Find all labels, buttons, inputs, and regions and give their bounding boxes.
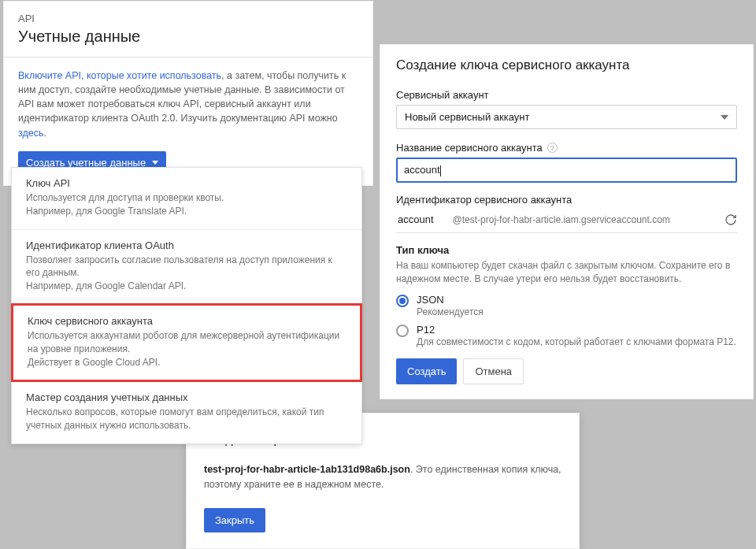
api-label: API [18, 13, 358, 24]
text-cursor [440, 165, 441, 176]
dropdown-item-desc: Несколько вопросов, которые помогут вам … [26, 406, 347, 432]
dropdown-item-desc: Например, для Google Calendar API. [26, 280, 347, 293]
key-type-desc: На ваш компьютер будет скачан файл с зак… [396, 259, 737, 287]
service-account-name-label: Название сервисного аккаунта ? [396, 142, 737, 154]
intro-text: Включите API, которые хотите использоват… [18, 69, 358, 140]
dropdown-item-desc: Например, для Google Translate API. [26, 205, 347, 218]
radio-json-label: JSON [417, 294, 484, 306]
dropdown-item-desc: Действует в Google Cloud API. [28, 356, 346, 369]
radio-unselected-icon [396, 325, 409, 337]
dropdown-item-api-key[interactable]: Ключ API Используется для доступа и пров… [12, 168, 361, 229]
create-credentials-dropdown: Ключ API Используется для доступа и пров… [11, 167, 362, 444]
docs-here-link[interactable]: здесь [18, 128, 43, 139]
dropdown-item-desc: Используется для доступа и проверки квот… [26, 191, 347, 205]
credentials-body: Включите API, которые хотите использоват… [4, 57, 372, 185]
radio-p12[interactable]: P12 Для совместимости с кодом, который р… [396, 324, 737, 347]
create-button[interactable]: Создать [396, 358, 457, 384]
radio-p12-sub: Для совместимости с кодом, который работ… [417, 336, 736, 347]
enable-apis-link[interactable]: Включите API, которые хотите использоват… [18, 70, 221, 81]
service-account-select[interactable]: Новый сервисный аккаунт [396, 105, 737, 129]
dropdown-item-title: Идентификатор клиента OAuth [26, 239, 347, 251]
radio-json-sub: Рекомендуется [417, 306, 484, 317]
radio-json[interactable]: JSON Рекомендуется [396, 294, 737, 317]
dropdown-item-desc: Используется аккаунтами роботов для межс… [28, 329, 346, 356]
dropdown-item-wizard[interactable]: Мастер создания учетных данных Несколько… [12, 381, 361, 443]
dropdown-item-oauth-client[interactable]: Идентификатор клиента OAuth Позволяет за… [12, 229, 361, 304]
service-account-label: Сервисный аккаунт [396, 89, 737, 101]
credentials-header: API Учетные данные [4, 2, 372, 57]
dialog-text: test-proj-for-habr-article-1ab131d98a6b.… [204, 462, 561, 492]
create-service-account-key-panel: Создание ключа сервисного аккаунта Серви… [380, 44, 754, 399]
credentials-panel: API Учетные данные Включите API, которые… [3, 1, 373, 186]
service-account-id-label: Идентификатор сервисного аккаунта [396, 194, 737, 206]
button-row: Создать Отмена [396, 358, 737, 384]
service-account-value: Новый сервисный аккаунт [405, 111, 529, 123]
dropdown-item-title: Ключ сервисного аккаунта [28, 315, 346, 327]
service-account-id-suffix: @test-proj-for-habr-article.iam.gservice… [453, 214, 717, 225]
service-account-id-row: account @test-proj-for-habr-article.iam.… [396, 210, 737, 233]
service-account-id-prefix: account [398, 213, 453, 225]
caret-down-icon [152, 161, 158, 165]
close-button[interactable]: Закрыть [204, 508, 265, 532]
page-title: Учетные данные [18, 28, 358, 46]
help-icon[interactable]: ? [547, 143, 558, 153]
dropdown-item-title: Ключ API [26, 177, 347, 189]
service-account-name-input[interactable]: account [396, 158, 737, 183]
key-type-label: Тип ключа [396, 244, 737, 256]
radio-p12-label: P12 [417, 324, 736, 336]
radio-selected-icon [396, 295, 409, 307]
panel-title: Создание ключа сервисного аккаунта [396, 57, 737, 73]
cancel-button[interactable]: Отмена [463, 358, 524, 384]
dropdown-item-title: Мастер создания учетных данных [26, 391, 347, 403]
dropdown-item-desc: Позволяет запросить согласие пользовател… [26, 254, 347, 280]
dialog-filename: test-proj-for-habr-article-1ab131d98a6b.… [204, 464, 410, 475]
refresh-icon[interactable] [724, 213, 737, 226]
dropdown-item-service-account-key[interactable]: Ключ сервисного аккаунта Используется ак… [11, 303, 362, 382]
chevron-down-icon [721, 115, 728, 120]
